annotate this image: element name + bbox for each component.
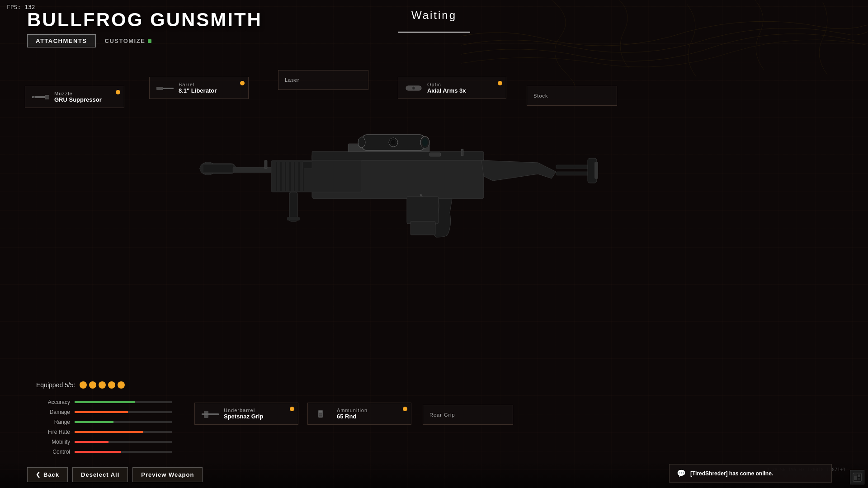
minimap-icon[interactable] bbox=[850, 470, 864, 484]
stat-damage: Damage bbox=[36, 409, 172, 415]
equipped-counter: Equipped 5/5: bbox=[36, 381, 125, 389]
svg-point-20 bbox=[391, 140, 396, 145]
ammo-text: Ammunition 65 Rnd bbox=[337, 408, 368, 420]
stat-range: Range bbox=[36, 419, 172, 425]
customize-notification-dot bbox=[148, 39, 151, 43]
stat-control-label: Control bbox=[36, 449, 70, 455]
ammo-label: Ammunition bbox=[337, 408, 368, 413]
svg-rect-14 bbox=[312, 151, 484, 160]
deselect-label: Deselect All bbox=[81, 471, 119, 478]
back-button[interactable]: ❮ Back bbox=[27, 467, 68, 482]
svg-rect-35 bbox=[276, 162, 277, 191]
chat-icon: 💬 bbox=[677, 469, 686, 478]
underbarrel-label: Underbarrel bbox=[224, 408, 263, 413]
svg-rect-49 bbox=[854, 476, 857, 480]
tab-customize[interactable]: CUSTOMIZE bbox=[105, 38, 152, 44]
preview-label: Preview Weapon bbox=[141, 471, 194, 478]
svg-rect-38 bbox=[289, 162, 291, 191]
svg-rect-11 bbox=[203, 165, 233, 172]
slot-underbarrel[interactable]: Underbarrel Spetsnaz Grip bbox=[194, 403, 298, 425]
svg-rect-28 bbox=[556, 172, 592, 175]
equipped-label: Equipped 5/5: bbox=[36, 381, 75, 389]
svg-rect-26 bbox=[410, 221, 435, 235]
deselect-all-button[interactable]: Deselect All bbox=[72, 467, 128, 482]
stat-mobility-bar bbox=[75, 441, 172, 443]
eq-dot-5 bbox=[118, 381, 125, 389]
svg-rect-50 bbox=[858, 474, 860, 477]
svg-rect-37 bbox=[285, 162, 286, 191]
preview-weapon-button[interactable]: Preview Weapon bbox=[132, 467, 203, 482]
stat-mobility-label: Mobility bbox=[36, 439, 70, 445]
svg-rect-34 bbox=[461, 149, 463, 156]
svg-rect-36 bbox=[280, 162, 282, 191]
tab-attachments[interactable]: ATTACHMENTS bbox=[27, 34, 96, 47]
weapon-svg bbox=[185, 95, 683, 239]
svg-rect-39 bbox=[294, 162, 295, 191]
equipped-dots bbox=[80, 381, 125, 389]
eq-dot-1 bbox=[80, 381, 87, 389]
stat-firerate: Fire Rate bbox=[36, 429, 172, 435]
stat-firerate-bar bbox=[75, 431, 172, 433]
chat-username: [TiredShreder] bbox=[690, 470, 727, 477]
reargrip-text: Rear Grip bbox=[429, 412, 455, 418]
chat-message: [TiredShreder] has come online. bbox=[690, 470, 773, 477]
underbarrel-icon bbox=[201, 409, 219, 418]
svg-point-23 bbox=[358, 137, 365, 148]
reargrip-label: Rear Grip bbox=[429, 412, 455, 418]
ammo-equipped-dot bbox=[403, 407, 407, 411]
stat-range-bar bbox=[75, 421, 172, 423]
svg-rect-24 bbox=[429, 153, 441, 156]
svg-rect-33 bbox=[264, 160, 267, 169]
back-label: Back bbox=[43, 471, 59, 478]
eq-dot-3 bbox=[99, 381, 106, 389]
svg-rect-32 bbox=[287, 217, 300, 221]
stat-control: Control bbox=[36, 449, 172, 455]
slot-ammunition[interactable]: Ammunition 65 Rnd bbox=[307, 403, 411, 425]
matchmaking-status: Waiting bbox=[393, 0, 475, 33]
stat-damage-label: Damage bbox=[36, 409, 70, 415]
stats-panel: Accuracy Damage Range Fire Rate Mobility… bbox=[36, 399, 172, 459]
underbarrel-text: Underbarrel Spetsnaz Grip bbox=[224, 408, 263, 420]
stat-mobility: Mobility bbox=[36, 439, 172, 445]
slot-reargrip[interactable]: Rear Grip bbox=[423, 405, 513, 425]
svg-rect-30 bbox=[594, 162, 598, 179]
stat-range-label: Range bbox=[36, 419, 70, 425]
svg-rect-45 bbox=[319, 411, 322, 413]
stat-damage-bar bbox=[75, 411, 172, 413]
svg-rect-40 bbox=[298, 162, 300, 191]
svg-rect-46 bbox=[319, 413, 322, 414]
svg-point-22 bbox=[422, 138, 428, 146]
waiting-bar bbox=[398, 32, 470, 33]
stat-accuracy-label: Accuracy bbox=[36, 399, 70, 405]
back-chevron-icon: ❮ bbox=[36, 471, 41, 478]
tabs-row: ATTACHMENTS CUSTOMIZE bbox=[27, 34, 841, 47]
svg-rect-41 bbox=[303, 162, 304, 191]
svg-rect-25 bbox=[407, 197, 439, 224]
stat-control-bar bbox=[75, 451, 172, 453]
underbarrel-value: Spetsnaz Grip bbox=[224, 413, 263, 420]
underbarrel-equipped-dot bbox=[290, 407, 294, 411]
stat-accuracy: Accuracy bbox=[36, 399, 172, 405]
svg-rect-27 bbox=[556, 165, 592, 169]
waiting-label: Waiting bbox=[393, 0, 475, 31]
ammo-value: 65 Rnd bbox=[337, 413, 368, 420]
svg-rect-51 bbox=[854, 474, 857, 476]
svg-rect-43 bbox=[202, 413, 219, 415]
eq-dot-2 bbox=[89, 381, 96, 389]
ammo-icon bbox=[314, 409, 332, 418]
stat-accuracy-bar bbox=[75, 401, 172, 403]
svg-rect-52 bbox=[858, 478, 860, 480]
chat-notification: 💬 [TiredShreder] has come online. bbox=[669, 464, 832, 483]
svg-rect-47 bbox=[319, 415, 322, 416]
stat-firerate-label: Fire Rate bbox=[36, 429, 70, 435]
eq-dot-4 bbox=[108, 381, 115, 389]
weapon-image-area bbox=[0, 81, 868, 253]
